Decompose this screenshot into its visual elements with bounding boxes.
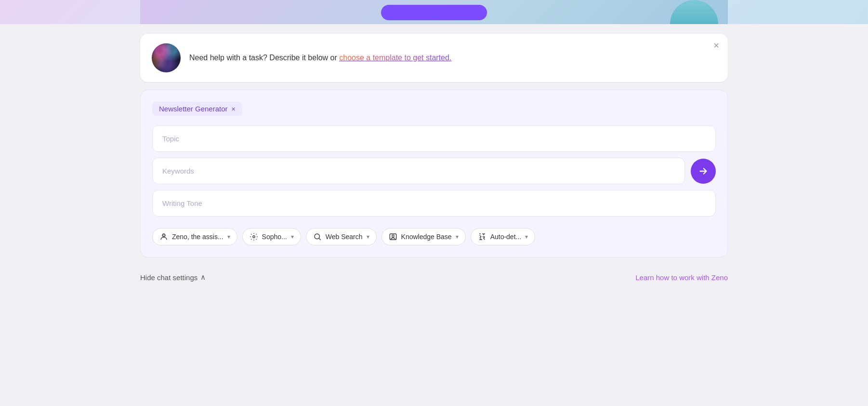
knowledge-base-icon [389, 232, 397, 241]
template-tag-label: Newsletter Generator [159, 105, 228, 113]
help-banner: Need help with a task? Describe it below… [140, 34, 728, 82]
chat-settings-footer: Hide chat settings ∧ Learn how to work w… [140, 265, 728, 282]
arrow-right-icon [698, 166, 709, 176]
auto-detect-button[interactable]: Auto-det... ▾ [471, 228, 536, 245]
knowledge-base-chevron: ▾ [456, 233, 459, 240]
zeno-label: Zeno, the assis... [172, 233, 224, 241]
top-banner-avatar [670, 0, 718, 24]
template-tag: Newsletter Generator × [152, 102, 242, 116]
web-search-chevron: ▾ [367, 233, 369, 240]
main-content: Need help with a task? Describe it below… [140, 24, 728, 291]
knowledge-base-button[interactable]: Knowledge Base ▾ [381, 228, 466, 245]
svg-point-3 [315, 234, 320, 239]
top-banner-inner [140, 0, 728, 24]
hide-settings-button[interactable]: Hide chat settings ∧ [140, 273, 206, 282]
svg-point-1 [163, 235, 165, 236]
top-banner [0, 0, 868, 24]
knowledge-base-label: Knowledge Base [401, 233, 452, 241]
svg-point-2 [252, 236, 255, 238]
svg-point-5 [392, 235, 394, 237]
top-banner-button [381, 5, 487, 20]
zeno-icon [159, 232, 168, 241]
template-tag-close[interactable]: × [232, 105, 236, 113]
web-search-button[interactable]: Web Search ▾ [306, 228, 377, 245]
search-icon [313, 232, 322, 241]
toolbar: Zeno, the assis... ▾ Sopho... ▾ [152, 222, 716, 245]
sopho-chevron: ▾ [291, 233, 294, 240]
avatar [152, 43, 181, 72]
keywords-input[interactable] [152, 158, 685, 184]
template-link[interactable]: choose a template to get started. [339, 54, 451, 62]
hide-settings-label: Hide chat settings [140, 273, 197, 282]
zeno-chevron: ▾ [227, 233, 230, 240]
keywords-row [152, 158, 716, 184]
send-button[interactable] [691, 159, 716, 184]
web-search-label: Web Search [326, 233, 363, 241]
help-text: Need help with a task? Describe it below… [189, 54, 716, 62]
writing-tone-input[interactable] [152, 190, 716, 217]
auto-detect-chevron: ▾ [525, 233, 528, 240]
zeno-button[interactable]: Zeno, the assis... ▾ [152, 228, 237, 245]
topic-input[interactable] [152, 125, 716, 152]
sopho-button[interactable]: Sopho... ▾ [242, 228, 301, 245]
auto-detect-label: Auto-det... [490, 233, 522, 241]
translate-icon [478, 232, 487, 241]
sopho-icon [250, 232, 258, 241]
generator-card: Newsletter Generator × [140, 90, 728, 257]
help-text-before: Need help with a task? Describe it below… [189, 54, 339, 62]
chevron-up-icon: ∧ [200, 273, 206, 282]
learn-link[interactable]: Learn how to work with Zeno [635, 273, 728, 282]
sopho-label: Sopho... [262, 233, 287, 241]
close-button[interactable]: × [713, 41, 719, 50]
